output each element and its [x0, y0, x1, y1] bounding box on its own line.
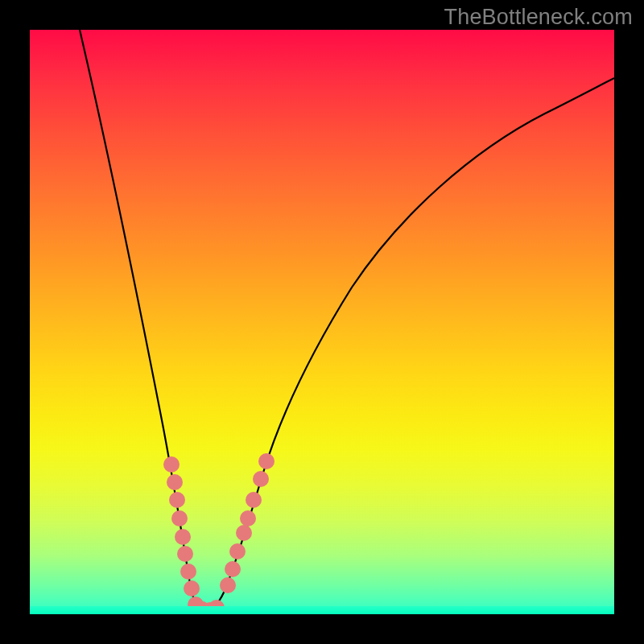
watermark-text: TheBottleneck.com	[444, 5, 633, 30]
svg-point-15	[236, 525, 252, 541]
svg-point-16	[240, 510, 256, 526]
optimal-zone-strip	[30, 606, 614, 614]
chart-frame: TheBottleneck.com	[0, 0, 644, 644]
svg-point-2	[169, 492, 185, 508]
bottleneck-curve	[80, 30, 614, 609]
svg-point-18	[253, 471, 269, 487]
svg-point-6	[180, 564, 196, 580]
svg-point-0	[163, 456, 180, 473]
svg-point-4	[175, 529, 191, 545]
marker-dots-left	[163, 456, 200, 597]
svg-point-12	[220, 577, 236, 593]
svg-point-5	[177, 546, 193, 562]
svg-point-1	[167, 474, 183, 490]
svg-point-17	[246, 492, 262, 508]
svg-point-14	[229, 543, 246, 559]
svg-point-7	[184, 580, 200, 597]
svg-point-3	[171, 510, 188, 526]
svg-point-19	[258, 453, 275, 469]
svg-point-13	[225, 561, 241, 577]
marker-dots-right	[220, 453, 275, 593]
bottleneck-curve-svg	[30, 30, 614, 614]
plot-area	[30, 30, 614, 614]
